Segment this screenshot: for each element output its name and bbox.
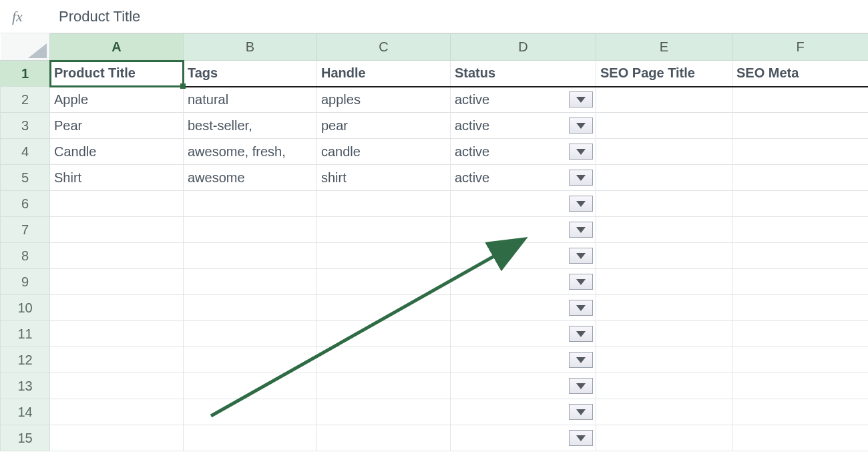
cell-D12[interactable] (451, 347, 596, 373)
cell-F12[interactable] (732, 347, 869, 373)
cell-A13[interactable] (50, 373, 184, 399)
cell-B5[interactable]: awesome (184, 165, 317, 191)
cell-F5[interactable] (732, 165, 869, 191)
col-header-c[interactable]: C (317, 34, 451, 61)
cell-D14[interactable] (451, 399, 596, 425)
cell-F4[interactable] (732, 139, 869, 165)
cell-A10[interactable] (50, 295, 184, 321)
row-header-9[interactable]: 9 (1, 269, 50, 295)
cell-E12[interactable] (596, 347, 732, 373)
cell-C14[interactable] (317, 399, 451, 425)
cell-A14[interactable] (50, 399, 184, 425)
row-header-5[interactable]: 5 (1, 165, 50, 191)
cell-E15[interactable] (596, 425, 732, 451)
select-all-corner[interactable] (1, 34, 50, 61)
status-dropdown-button[interactable] (569, 378, 593, 394)
row-header-12[interactable]: 12 (1, 347, 50, 373)
col-header-e[interactable]: E (596, 34, 732, 61)
cell-B7[interactable] (184, 217, 317, 243)
cell-B11[interactable] (184, 321, 317, 347)
cell-A6[interactable] (50, 191, 184, 217)
cell-C7[interactable] (317, 217, 451, 243)
cell-B4[interactable]: awesome, fresh, (184, 139, 317, 165)
cell-E7[interactable] (596, 217, 732, 243)
cell-E8[interactable] (596, 243, 732, 269)
cell-D4[interactable]: active (451, 139, 596, 165)
status-dropdown-button[interactable] (569, 300, 593, 316)
cell-F11[interactable] (732, 321, 869, 347)
cell-D7[interactable] (451, 217, 596, 243)
cell-A8[interactable] (50, 243, 184, 269)
cell-B15[interactable] (184, 425, 317, 451)
cell-E1[interactable]: SEO Page Title (596, 61, 732, 87)
cell-E6[interactable] (596, 191, 732, 217)
row-header-6[interactable]: 6 (1, 191, 50, 217)
status-dropdown-button[interactable] (569, 352, 593, 368)
cell-E4[interactable] (596, 139, 732, 165)
status-dropdown-button[interactable] (569, 404, 593, 420)
cell-C6[interactable] (317, 191, 451, 217)
cell-D3[interactable]: active (451, 113, 596, 139)
cell-C11[interactable] (317, 321, 451, 347)
cell-F9[interactable] (732, 269, 869, 295)
cell-B13[interactable] (184, 373, 317, 399)
formula-input[interactable] (59, 8, 868, 25)
cell-C9[interactable] (317, 269, 451, 295)
row-header-7[interactable]: 7 (1, 217, 50, 243)
cell-C13[interactable] (317, 373, 451, 399)
status-dropdown-button[interactable] (569, 274, 593, 290)
cell-D11[interactable] (451, 321, 596, 347)
cell-D10[interactable] (451, 295, 596, 321)
col-header-d[interactable]: D (451, 34, 596, 61)
cell-B2[interactable]: natural (184, 87, 317, 113)
cell-A2[interactable]: Apple (50, 87, 184, 113)
status-dropdown-button[interactable] (569, 430, 593, 446)
cell-A12[interactable] (50, 347, 184, 373)
cell-F10[interactable] (732, 295, 869, 321)
cell-B1[interactable]: Tags (184, 61, 317, 87)
cell-F6[interactable] (732, 191, 869, 217)
cell-D13[interactable] (451, 373, 596, 399)
row-header-14[interactable]: 14 (1, 399, 50, 425)
col-header-a[interactable]: A (50, 34, 184, 61)
cell-F15[interactable] (732, 425, 869, 451)
cell-B6[interactable] (184, 191, 317, 217)
cell-D5[interactable]: active (451, 165, 596, 191)
cell-E2[interactable] (596, 87, 732, 113)
status-dropdown-button[interactable] (569, 91, 593, 107)
cell-C1[interactable]: Handle (317, 61, 451, 87)
status-dropdown-button[interactable] (569, 196, 593, 212)
status-dropdown-button[interactable] (569, 248, 593, 264)
cell-E10[interactable] (596, 295, 732, 321)
cell-B10[interactable] (184, 295, 317, 321)
status-dropdown-button[interactable] (569, 222, 593, 238)
cell-C8[interactable] (317, 243, 451, 269)
cell-F7[interactable] (732, 217, 869, 243)
cell-A3[interactable]: Pear (50, 113, 184, 139)
cell-B9[interactable] (184, 269, 317, 295)
cell-A1[interactable]: Product Title (50, 61, 184, 87)
cell-D1[interactable]: Status (451, 61, 596, 87)
cell-D15[interactable] (451, 425, 596, 451)
col-header-b[interactable]: B (184, 34, 317, 61)
cell-A7[interactable] (50, 217, 184, 243)
row-header-13[interactable]: 13 (1, 373, 50, 399)
cell-F14[interactable] (732, 399, 869, 425)
cell-A9[interactable] (50, 269, 184, 295)
row-header-8[interactable]: 8 (1, 243, 50, 269)
cell-C10[interactable] (317, 295, 451, 321)
cell-A15[interactable] (50, 425, 184, 451)
status-dropdown-button[interactable] (569, 144, 593, 160)
row-header-3[interactable]: 3 (1, 113, 50, 139)
cell-F8[interactable] (732, 243, 869, 269)
cell-F2[interactable] (732, 87, 869, 113)
cell-C15[interactable] (317, 425, 451, 451)
cell-E9[interactable] (596, 269, 732, 295)
cell-E3[interactable] (596, 113, 732, 139)
cell-A5[interactable]: Shirt (50, 165, 184, 191)
cell-F1[interactable]: SEO Meta (732, 61, 869, 87)
row-header-1[interactable]: 1 (1, 61, 50, 87)
cell-B12[interactable] (184, 347, 317, 373)
row-header-15[interactable]: 15 (1, 425, 50, 451)
cell-D2[interactable]: active (451, 87, 596, 113)
